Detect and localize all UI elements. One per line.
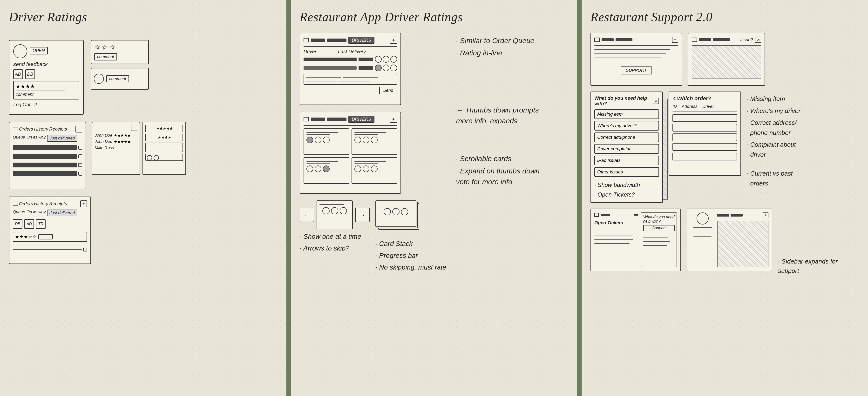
order-field-4[interactable] bbox=[673, 143, 737, 151]
wf-single-card bbox=[317, 200, 353, 229]
divider-2 bbox=[577, 0, 582, 396]
wf-issue-screen: Issue? ✕ bbox=[688, 33, 765, 86]
orders-tab-2[interactable]: Orders bbox=[19, 201, 33, 206]
note-card-stack: · Card Stack bbox=[375, 238, 446, 249]
comment-label: comment bbox=[16, 92, 33, 97]
order-field-1[interactable] bbox=[673, 114, 737, 122]
neutral-2[interactable] bbox=[390, 65, 397, 71]
note-arrows-skip: · Arrows to skip? bbox=[300, 243, 361, 254]
on-its-way-tab[interactable]: On its way bbox=[27, 135, 45, 142]
neutral-1[interactable] bbox=[390, 56, 397, 63]
note-expand-thumbs: · Expand on thumbs down vote for more in… bbox=[456, 165, 548, 187]
rating-item-1[interactable]: ★★★★★ bbox=[145, 125, 183, 132]
sidebar-expands-note: · Sidebar expands for support bbox=[778, 258, 838, 274]
arrow-left[interactable]: ← bbox=[300, 208, 314, 222]
arrow-right[interactable]: → bbox=[355, 208, 370, 222]
wf-nav-bar-1: + SUPPORT bbox=[590, 33, 682, 86]
panel-restaurant-support: Restaurant Support 2.0 + bbox=[582, 0, 868, 396]
category-ipad-issues[interactable]: iPad issues bbox=[594, 156, 659, 165]
add-btn-p3-1[interactable]: + bbox=[672, 37, 678, 43]
add-button-2[interactable]: + bbox=[131, 125, 137, 131]
db-button[interactable]: DB bbox=[25, 69, 35, 79]
comment-button-2[interactable]: comment bbox=[106, 75, 129, 82]
add-button-3[interactable]: + bbox=[80, 200, 87, 207]
category-wheres-driver[interactable]: Where's my driver? bbox=[594, 121, 659, 131]
order-field-3[interactable] bbox=[673, 133, 737, 141]
wf-person-comment: comment bbox=[91, 68, 149, 90]
order-field-2[interactable] bbox=[673, 124, 737, 132]
add-btn-p3-7[interactable]: + bbox=[763, 212, 768, 218]
receipts-tab[interactable]: Receipts bbox=[49, 127, 67, 132]
category-driver-complaint[interactable]: Driver complaint bbox=[594, 144, 659, 154]
driver-circle-db[interactable]: DB bbox=[13, 219, 23, 229]
logout-label: Log Out bbox=[13, 102, 30, 107]
send-button[interactable]: Send bbox=[379, 87, 397, 94]
rating-box: ★★★★ comment bbox=[13, 81, 79, 99]
thumb-down-2[interactable] bbox=[383, 65, 390, 71]
driver-avatar bbox=[13, 44, 27, 58]
nav-btn[interactable] bbox=[633, 214, 639, 216]
driver-circle-ad[interactable]: AD bbox=[24, 219, 34, 229]
category-other-issues[interactable]: Other issues bbox=[594, 167, 659, 177]
support-button[interactable]: SUPPORT bbox=[621, 66, 652, 74]
category-correct-add[interactable]: Correct add/phone bbox=[594, 132, 659, 142]
order-item-stars: ★ ★ ★ ☆ ☆ bbox=[13, 232, 87, 242]
rating-item-2[interactable]: ★★★★ bbox=[145, 134, 183, 141]
wf-driver-names: + John Doe ★★★★★ John Doe ★★★★★ Mike Ros… bbox=[92, 122, 140, 175]
order-field-5[interactable] bbox=[673, 153, 737, 160]
driver-circle-tr[interactable]: TR bbox=[36, 219, 45, 229]
wf-help-categories: What do you need help with? ✕ Missing it… bbox=[590, 92, 663, 203]
note-show-one: · Show one at a time bbox=[300, 231, 361, 242]
note-bandwidth: · Show bandwidth bbox=[594, 180, 659, 189]
driver-col-header: Driver bbox=[304, 49, 333, 55]
close-icon-p3[interactable]: ✕ bbox=[755, 37, 761, 43]
divider-1 bbox=[286, 0, 291, 396]
panel-restaurant-app: Restaurant App Driver Ratings DRIVERS + bbox=[291, 0, 577, 396]
user-avatar-p3 bbox=[696, 212, 709, 225]
just-delivered-tab[interactable]: Just delivered bbox=[47, 135, 77, 142]
ad-button[interactable]: AD bbox=[13, 69, 23, 79]
star-display: ★★★★ bbox=[16, 84, 77, 90]
thumb-down-1[interactable] bbox=[383, 56, 390, 63]
wf-open-tickets: Open Tickets What do you need help with?… bbox=[590, 208, 681, 271]
address-label: Address bbox=[682, 104, 698, 109]
just-delivered-tab-2[interactable]: Just delivered bbox=[47, 209, 77, 216]
note-open-tickets: · Open Tickets? bbox=[594, 190, 659, 199]
support-label[interactable]: Support bbox=[643, 225, 675, 231]
star-icon-2: ☆ bbox=[102, 43, 108, 51]
issue-label: Issue? bbox=[740, 37, 753, 42]
panel3-title: Restaurant Support 2.0 bbox=[590, 10, 859, 24]
thumb-up-1[interactable] bbox=[375, 56, 382, 63]
receipts-tab-2[interactable]: Receipts bbox=[49, 201, 67, 206]
add-button-1[interactable]: + bbox=[75, 126, 82, 132]
close-help-btn[interactable]: ✕ bbox=[653, 98, 659, 104]
comment-field bbox=[145, 142, 183, 152]
wf-drivers-list: DRIVERS + Driver Last Delivery bbox=[300, 33, 401, 105]
wf-which-order: < Which order? ID Address Driver bbox=[669, 92, 741, 176]
open-button[interactable]: OPEN bbox=[30, 47, 48, 55]
driver-name-2: John Doe bbox=[95, 139, 112, 144]
orders-tab[interactable]: Orders bbox=[19, 127, 33, 132]
on-its-way-tab-2[interactable]: On its way bbox=[27, 209, 45, 216]
bullet-wheres-driver: · Where's my driver bbox=[747, 106, 801, 116]
driver-card-4[interactable] bbox=[351, 157, 397, 184]
driver-card-1[interactable] bbox=[304, 128, 349, 155]
stars-2: ★★★★★ bbox=[114, 139, 131, 144]
driver-card-3[interactable] bbox=[304, 157, 349, 184]
person-icon bbox=[94, 74, 104, 84]
comment-button[interactable]: comment bbox=[94, 53, 117, 61]
logout-number: 2 bbox=[34, 102, 37, 107]
queue-tab[interactable]: Queue bbox=[13, 135, 25, 142]
thumb-up-2[interactable] bbox=[375, 65, 382, 71]
add-btn-p2-2[interactable]: + bbox=[390, 116, 397, 123]
add-btn-p2[interactable]: + bbox=[390, 37, 397, 44]
queue-tab-2[interactable]: Queue bbox=[13, 209, 25, 216]
history-tab-2[interactable]: History bbox=[34, 201, 48, 206]
history-tab[interactable]: History bbox=[34, 127, 48, 132]
driver-card-2[interactable] bbox=[351, 128, 397, 155]
note-scrollable: · Scrollable cards bbox=[456, 153, 548, 164]
wf-rating-grid: ★★★★★ ★★★★ bbox=[143, 122, 186, 175]
id-label: ID bbox=[673, 104, 677, 109]
note-rating-inline: · Rating in-line bbox=[456, 47, 548, 58]
category-missing-item[interactable]: Missing item bbox=[594, 109, 659, 119]
